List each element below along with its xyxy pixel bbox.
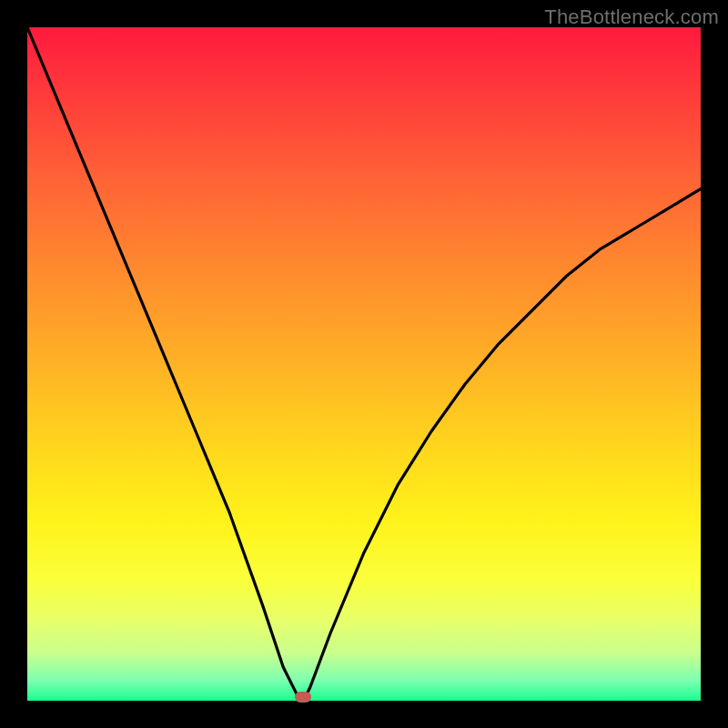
watermark-text: TheBottleneck.com	[544, 5, 719, 29]
bottleneck-curve	[27, 27, 701, 701]
curve-path	[27, 27, 701, 701]
optimal-point-marker	[295, 692, 311, 703]
chart-plot-area	[27, 27, 701, 701]
